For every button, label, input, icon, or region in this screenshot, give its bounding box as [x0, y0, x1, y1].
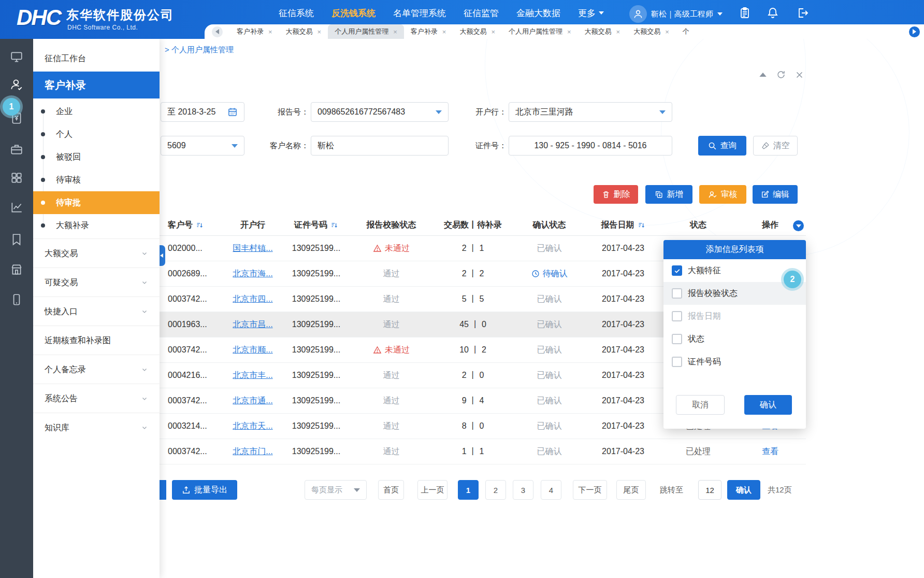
menu-quick-entry[interactable]: 快捷入口 [33, 297, 160, 326]
mobile-icon[interactable] [10, 293, 23, 306]
close-icon[interactable]: × [317, 29, 322, 35]
sort-icon[interactable] [638, 221, 645, 229]
chart-icon[interactable] [10, 201, 23, 214]
nav-list-mgmt-system[interactable]: 名单管理系统 [393, 7, 446, 19]
col-id-no[interactable]: 证件号码 [281, 220, 351, 231]
checkbox-icon[interactable] [672, 334, 682, 344]
page-1-button[interactable]: 1 [458, 480, 479, 500]
menu-credit-workbench[interactable]: 征信工作台 [33, 47, 160, 70]
menu-sub-enterprise[interactable]: 企业 [33, 100, 160, 123]
nav-credit-supervision[interactable]: 征信监管 [464, 7, 499, 19]
menu-system-announcement[interactable]: 系统公告 [33, 384, 160, 413]
col-status[interactable]: 状态 [662, 220, 734, 231]
close-icon[interactable]: × [442, 29, 446, 35]
bank-link[interactable]: 北京市天... [233, 421, 272, 432]
menu-sub-personal[interactable]: 个人 [33, 123, 160, 146]
tab-customer-supplement-1[interactable]: 客户补录× [230, 24, 279, 39]
col-bank[interactable]: 开户行 [224, 220, 281, 231]
option-status[interactable]: 状态 [663, 328, 806, 350]
menu-personal-memo[interactable]: 个人备忘录 [33, 355, 160, 384]
batch-export-button[interactable]: 批量导出 [172, 480, 237, 500]
checkbox-icon[interactable] [672, 357, 682, 367]
apps-grid-icon[interactable] [10, 171, 23, 185]
building-icon[interactable] [10, 263, 23, 276]
close-icon[interactable]: × [567, 29, 571, 35]
bank-link[interactable]: 北京市昌... [233, 319, 272, 330]
customer-name-input[interactable] [311, 136, 449, 156]
first-page-button[interactable]: 首页 [378, 480, 404, 500]
bank-select[interactable]: 北京市三里河路 [509, 102, 672, 122]
account-select[interactable]: 5609 [161, 136, 244, 156]
tab-large-transaction-4[interactable]: 大额交易× [627, 24, 676, 39]
bank-link[interactable]: 北京市四... [233, 294, 272, 305]
briefcase-icon[interactable] [10, 143, 23, 156]
date-to-field[interactable]: 至 2018-3-25 [161, 102, 244, 122]
checkbox-icon[interactable] [672, 311, 682, 321]
bank-link[interactable]: 北京市顺... [233, 345, 272, 356]
option-report-check-status[interactable]: 报告校验状态 [663, 282, 806, 305]
option-report-date[interactable]: 报告日期 [663, 305, 806, 328]
close-icon[interactable]: × [665, 29, 669, 35]
sort-icon[interactable] [330, 221, 338, 229]
tab-large-transaction-2[interactable]: 大额交易× [453, 24, 502, 39]
tab-large-transaction-1[interactable]: 大额交易× [279, 24, 328, 39]
prev-page-button[interactable]: 上一页 [417, 480, 447, 500]
report-no-select[interactable]: 0098652616772567483 [311, 102, 449, 122]
col-tx-pending[interactable]: 交易数丨待补录 [431, 220, 514, 231]
nav-financial-bigdata[interactable]: 金融大数据 [516, 7, 560, 19]
page-3-button[interactable]: 3 [513, 480, 533, 500]
bank-link[interactable]: 北京市海... [233, 269, 272, 279]
jump-page-input[interactable] [698, 480, 721, 500]
checkbox-icon[interactable] [672, 288, 682, 299]
clear-button[interactable]: 清空 [753, 136, 798, 156]
edit-button[interactable]: 编辑 [753, 185, 798, 204]
panel-collapse-icon[interactable] [757, 69, 769, 80]
menu-sub-pending-review[interactable]: 待审核 [33, 168, 160, 191]
panel-refresh-icon[interactable] [775, 69, 787, 80]
per-page-select[interactable]: 每页显示 [305, 480, 367, 500]
menu-customer-supplement-active[interactable]: 客户补录 [33, 72, 160, 98]
next-page-button[interactable]: 下一页 [573, 480, 607, 500]
column-cancel-button[interactable]: 取消 [676, 395, 725, 415]
close-icon[interactable]: × [268, 29, 272, 35]
col-check-status[interactable]: 报告校验状态 [351, 220, 431, 231]
bank-link[interactable]: 北京市通... [233, 396, 272, 406]
option-id-number[interactable]: 证件号码 [663, 350, 806, 373]
nav-aml-system[interactable]: 反洗钱系统 [331, 7, 376, 19]
col-customer-no[interactable]: 客户号 [160, 220, 224, 231]
view-link[interactable]: 查看 [762, 446, 778, 457]
panel-close-icon[interactable] [793, 69, 805, 80]
bank-link[interactable]: 北京市丰... [233, 370, 272, 381]
bank-link[interactable]: 国丰村镇... [233, 243, 272, 254]
id-number-input[interactable] [509, 136, 672, 156]
tab-truncated[interactable]: 个 [676, 24, 696, 39]
customer-person-icon[interactable] [10, 78, 23, 91]
jump-confirm-button[interactable]: 确认 [727, 480, 760, 500]
menu-large-transaction[interactable]: 大额交易 [33, 238, 160, 267]
bank-link[interactable]: 北京市门... [233, 446, 272, 457]
close-icon[interactable]: × [393, 29, 397, 35]
user-menu[interactable]: 靳松｜高级工程师 [629, 5, 723, 23]
col-report-date[interactable]: 报告日期 [584, 220, 662, 231]
col-confirm-status[interactable]: 确认状态 [514, 220, 584, 231]
nav-more[interactable]: 更多 [578, 7, 604, 19]
review-button[interactable]: 审核 [699, 185, 746, 204]
tab-customer-supplement-2[interactable]: 客户补录× [404, 24, 453, 39]
last-page-button[interactable]: 尾页 [616, 480, 646, 500]
menu-suspicious-transaction[interactable]: 可疑交易 [33, 267, 160, 297]
checkbox-checked-icon[interactable] [672, 265, 682, 276]
monitor-icon[interactable] [10, 50, 23, 64]
table-row[interactable]: 0003742... 北京市门... 130925199... 通过 1 丨 1… [160, 439, 806, 464]
logout-icon[interactable] [797, 7, 809, 19]
tab-large-transaction-3[interactable]: 大额交易× [578, 24, 627, 39]
page-4-button[interactable]: 4 [541, 480, 561, 500]
menu-recent-check-chart[interactable]: 近期核查和补录图 [33, 326, 160, 355]
tabs-scroll-right-icon[interactable] [909, 26, 920, 37]
nav-credit-system[interactable]: 征信系统 [279, 7, 314, 19]
sort-icon[interactable] [196, 221, 204, 229]
clipboard-icon[interactable] [739, 7, 751, 19]
page-2-button[interactable]: 2 [485, 480, 506, 500]
column-confirm-button[interactable]: 确认 [744, 395, 792, 415]
tab-personal-user-attr-2[interactable]: 个人用户属性管理× [502, 24, 578, 39]
column-settings-dropdown-icon[interactable] [793, 220, 804, 231]
